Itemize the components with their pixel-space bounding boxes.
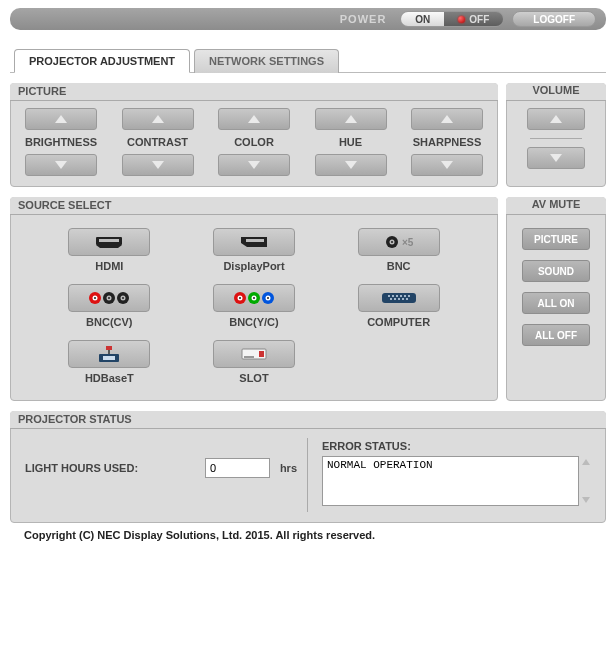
svg-rect-52 [103, 356, 115, 360]
svg-marker-5 [248, 161, 260, 169]
hue-down-button[interactable] [315, 154, 387, 176]
power-off-button[interactable]: OFF [444, 12, 503, 26]
volume-down-button[interactable] [527, 147, 585, 169]
triangle-down-icon [151, 160, 165, 170]
svg-point-19 [391, 241, 393, 243]
source-bncyc-button[interactable] [213, 284, 295, 312]
triangle-down-icon [54, 160, 68, 170]
error-status-label: ERROR STATUS: [322, 440, 593, 452]
svg-point-48 [406, 298, 408, 300]
svg-point-31 [239, 297, 241, 299]
brightness-controls: BRIGHTNESS [21, 108, 101, 176]
source-displayport-button[interactable] [213, 228, 295, 256]
tab-network-settings[interactable]: NETWORK SETTINGS [194, 49, 339, 73]
color-down-button[interactable] [218, 154, 290, 176]
volume-up-button[interactable] [527, 108, 585, 130]
source-computer-button[interactable] [358, 284, 440, 312]
top-bar: POWER ON OFF LOGOFF [10, 8, 606, 30]
triangle-up-icon [247, 114, 261, 124]
hue-controls: HUE [311, 108, 391, 176]
source-title: SOURCE SELECT [18, 199, 112, 211]
source-displayport-label: DisplayPort [223, 260, 284, 272]
svg-marker-4 [248, 115, 260, 123]
avmute-allon-button[interactable]: ALL ON [522, 292, 590, 314]
svg-marker-13 [96, 245, 122, 248]
volume-group: VOLUME [506, 83, 606, 187]
color-controls: COLOR [214, 108, 294, 176]
svg-point-34 [253, 297, 255, 299]
source-bnccv-button[interactable] [68, 284, 150, 312]
sharpness-up-button[interactable] [411, 108, 483, 130]
avmute-picture-button[interactable]: PICTURE [522, 228, 590, 250]
hrs-unit: hrs [280, 462, 297, 474]
triangle-up-icon [549, 114, 563, 124]
triangle-up-icon [151, 114, 165, 124]
svg-point-42 [404, 295, 406, 297]
contrast-up-button[interactable] [122, 108, 194, 130]
svg-rect-49 [106, 346, 112, 350]
triangle-up-icon [440, 114, 454, 124]
contrast-controls: CONTRAST [118, 108, 198, 176]
hue-label: HUE [339, 136, 362, 148]
brightness-up-button[interactable] [25, 108, 97, 130]
avmute-alloff-button[interactable]: ALL OFF [522, 324, 590, 346]
svg-marker-1 [55, 161, 67, 169]
error-status-text [322, 456, 579, 506]
svg-marker-3 [152, 161, 164, 169]
svg-point-38 [388, 295, 390, 297]
scroll-down-icon[interactable] [581, 496, 591, 504]
tabs: PROJECTOR ADJUSTMENT NETWORK SETTINGS [10, 48, 606, 73]
svg-marker-8 [441, 115, 453, 123]
svg-marker-9 [441, 161, 453, 169]
hue-up-button[interactable] [315, 108, 387, 130]
hdmi-port-icon [93, 235, 125, 249]
scroll-up-icon[interactable] [581, 458, 591, 466]
svg-marker-2 [152, 115, 164, 123]
slot-card-icon [239, 346, 269, 362]
svg-point-28 [122, 297, 124, 299]
bnc-x5-label: ×5 [402, 237, 413, 248]
svg-marker-0 [55, 115, 67, 123]
triangle-up-icon [344, 114, 358, 124]
source-computer-label: COMPUTER [367, 316, 430, 328]
svg-marker-11 [550, 154, 562, 162]
sharpness-down-button[interactable] [411, 154, 483, 176]
source-hdmi-label: HDMI [95, 260, 123, 272]
svg-rect-55 [244, 356, 254, 358]
light-hours-label: LIGHT HOURS USED: [25, 462, 195, 474]
bnc-connector-icon [384, 234, 400, 250]
source-bnc-button[interactable]: ×5 [358, 228, 440, 256]
tab-projector-adjustment[interactable]: PROJECTOR ADJUSTMENT [14, 49, 190, 73]
source-hdmi-button[interactable] [68, 228, 150, 256]
rca-red-black-black-icon [87, 290, 131, 306]
source-hdbaset-button[interactable] [68, 340, 150, 368]
svg-point-25 [108, 297, 110, 299]
color-up-button[interactable] [218, 108, 290, 130]
source-slot-button[interactable] [213, 340, 295, 368]
svg-marker-57 [582, 497, 590, 503]
triangle-down-icon [440, 160, 454, 170]
contrast-label: CONTRAST [127, 136, 188, 148]
hdbaset-icon [95, 345, 123, 363]
svg-point-37 [267, 297, 269, 299]
svg-rect-16 [246, 239, 264, 242]
picture-title: PICTURE [18, 85, 66, 97]
brightness-down-button[interactable] [25, 154, 97, 176]
svg-point-41 [400, 295, 402, 297]
av-mute-group: AV MUTE PICTURE SOUND ALL ON ALL OFF [506, 197, 606, 401]
sharpness-label: SHARPNESS [413, 136, 481, 148]
footer-copyright: Copyright (C) NEC Display Solutions, Ltd… [24, 529, 606, 541]
svg-point-46 [398, 298, 400, 300]
volume-title: VOLUME [506, 84, 606, 96]
picture-group: PICTURE BRIGHTNESS CONT [10, 83, 498, 187]
logoff-button[interactable]: LOGOFF [512, 11, 596, 27]
projector-status-group: PROJECTOR STATUS LIGHT HOURS USED: hrs E… [10, 411, 606, 523]
power-on-button[interactable]: ON [401, 12, 444, 26]
displayport-icon [238, 235, 270, 249]
svg-point-43 [408, 295, 410, 297]
contrast-down-button[interactable] [122, 154, 194, 176]
volume-separator [530, 138, 582, 139]
svg-point-22 [94, 297, 96, 299]
svg-rect-50 [108, 350, 110, 354]
avmute-sound-button[interactable]: SOUND [522, 260, 590, 282]
